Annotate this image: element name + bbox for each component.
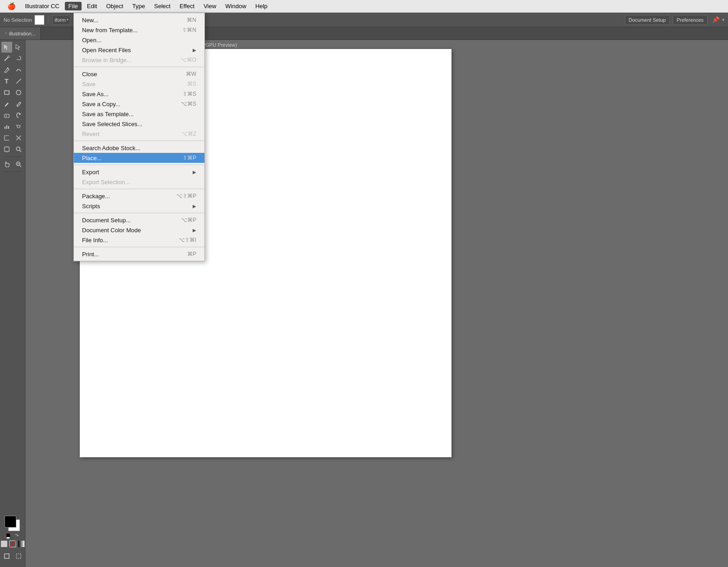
rectangle-tool[interactable] [1, 87, 12, 98]
tool-row-eraser [0, 110, 25, 121]
fill-color[interactable] [5, 516, 16, 528]
svg-rect-27 [18, 541, 24, 547]
fill-swatch[interactable] [34, 15, 44, 25]
menu-type[interactable]: Type [129, 2, 149, 10]
slice-tool[interactable] [13, 132, 24, 143]
swap-colors-icon[interactable] [14, 533, 19, 539]
tool-row-text-graph [0, 121, 25, 132]
pen-tool[interactable] [1, 64, 12, 75]
menu-export[interactable]: Export ▶ [74, 167, 204, 177]
menu-document-color-mode[interactable]: Document Color Mode ▶ [74, 225, 204, 235]
menu-revert: Revert ⌥⌘Z [74, 129, 204, 139]
draw-normal-icon[interactable] [1, 551, 12, 562]
tab-title: illustration... [9, 31, 36, 36]
column-graph-tool[interactable] [1, 132, 12, 143]
menu-open[interactable]: Open... [74, 35, 204, 45]
menu-sep-1 [74, 67, 204, 67]
menu-place[interactable]: Place... ⇧⌘P [74, 153, 204, 163]
menu-open-recent[interactable]: Open Recent Files ▶ [74, 45, 204, 55]
eraser-tool[interactable] [1, 110, 12, 121]
fill-stroke-swatches[interactable] [5, 516, 21, 532]
svg-line-21 [19, 165, 21, 167]
menu-save-as[interactable]: Save As... ⇧⌘S [74, 89, 204, 99]
select-tool[interactable] [1, 42, 12, 53]
menu-new[interactable]: New... ⌘N [74, 15, 204, 25]
rotate-tool[interactable] [13, 110, 24, 121]
gradient-mode-icon[interactable] [18, 540, 25, 547]
tab-close-icon[interactable]: × [5, 31, 7, 36]
svg-rect-10 [8, 126, 9, 129]
tool-row-magic [0, 53, 25, 64]
file-menu: New... ⌘N New from Template... ⇧⌘N Open.… [73, 13, 205, 261]
menu-file-info[interactable]: File Info... ⌥⇧⌘I [74, 235, 204, 245]
menu-save-template[interactable]: Save as Template... [74, 109, 204, 119]
tool-row-rect [0, 87, 25, 98]
color-mode-icon[interactable] [0, 540, 8, 547]
toolbox: T [0, 40, 25, 567]
menu-save-copy[interactable]: Save a Copy... ⌥⌘S [74, 99, 204, 109]
svg-rect-9 [6, 125, 7, 129]
selection-label: No Selection [4, 17, 32, 23]
zoom-out-tool[interactable] [13, 159, 24, 170]
chevron-down-icon: ▾ [67, 18, 68, 22]
preferences-button[interactable]: Preferences [673, 15, 708, 25]
line-tool[interactable] [13, 76, 24, 87]
apple-menu[interactable]: 🍎 [4, 2, 19, 10]
hand-tool[interactable] [1, 159, 12, 170]
menu-help[interactable]: Help [252, 2, 271, 10]
toolbar-sep-1 [48, 16, 49, 24]
menu-illustrator[interactable]: Illustrator CC [21, 2, 63, 10]
svg-point-13 [20, 125, 21, 126]
menu-edit[interactable]: Edit [83, 2, 101, 10]
pencil-tool[interactable] [13, 98, 24, 109]
text-graph-tool[interactable] [1, 121, 12, 132]
menu-export-selection: Export Selection... [74, 177, 204, 187]
submenu-arrow: ▶ [193, 48, 196, 53]
symbol-tool[interactable] [13, 121, 24, 132]
none-mode-icon[interactable] [9, 540, 16, 547]
curvature-tool[interactable] [13, 64, 24, 75]
menu-window[interactable]: Window [222, 2, 250, 10]
lasso-tool[interactable] [13, 53, 24, 64]
menu-effect[interactable]: Effect [176, 2, 198, 10]
paintbrush-tool[interactable] [1, 98, 12, 109]
svg-point-12 [16, 125, 17, 126]
default-colors-icon[interactable] [6, 533, 12, 539]
artboard-tool[interactable] [1, 144, 12, 155]
type-tool[interactable]: T [1, 76, 12, 87]
tool-row-column [0, 132, 25, 143]
submenu-arrow: ▶ [193, 204, 196, 209]
menu-document-setup[interactable]: Document Setup... ⌥⌘P [74, 215, 204, 225]
menu-save-slices[interactable]: Save Selected Slices... [74, 119, 204, 129]
menu-search-stock[interactable]: Search Adobe Stock... [74, 143, 204, 153]
svg-rect-28 [5, 554, 9, 558]
menu-save: Save ⌘S [74, 79, 204, 89]
uniform-dropdown[interactable]: iform ▾ [52, 15, 70, 25]
tool-row-zoom [0, 144, 25, 155]
ellipse-tool[interactable] [13, 87, 24, 98]
menu-package[interactable]: Package... ⌥⇧⌘P [74, 191, 204, 201]
svg-line-26 [10, 541, 16, 547]
menu-print[interactable]: Print... ⌘P [74, 249, 204, 259]
svg-rect-4 [5, 91, 9, 94]
menu-new-from-template[interactable]: New from Template... ⇧⌘N [74, 25, 204, 35]
svg-line-18 [19, 150, 21, 152]
menu-select[interactable]: Select [150, 2, 174, 10]
zoom-tool[interactable] [13, 144, 24, 155]
menu-file[interactable]: File [65, 2, 82, 10]
chevron-down-icon[interactable]: ▾ [722, 17, 724, 22]
menu-object[interactable]: Object [102, 2, 127, 10]
document-setup-button[interactable]: Document Setup [625, 15, 670, 25]
svg-rect-14 [5, 147, 9, 152]
direct-select-tool[interactable] [13, 42, 24, 53]
menu-scripts[interactable]: Scripts ▶ [74, 201, 204, 211]
menu-close[interactable]: Close ⌘W [74, 69, 204, 79]
pin-icon[interactable]: 📌 [712, 16, 719, 23]
draw-behind-icon[interactable] [13, 551, 24, 562]
menu-view[interactable]: View [200, 2, 220, 10]
document-tab[interactable]: × illustration... [0, 27, 41, 39]
magic-wand-tool[interactable] [1, 53, 12, 64]
tool-row-hand [0, 159, 25, 170]
mac-menubar: 🍎 Illustrator CC File Edit Object Type S… [0, 0, 728, 13]
menu-sep-5 [74, 213, 204, 213]
